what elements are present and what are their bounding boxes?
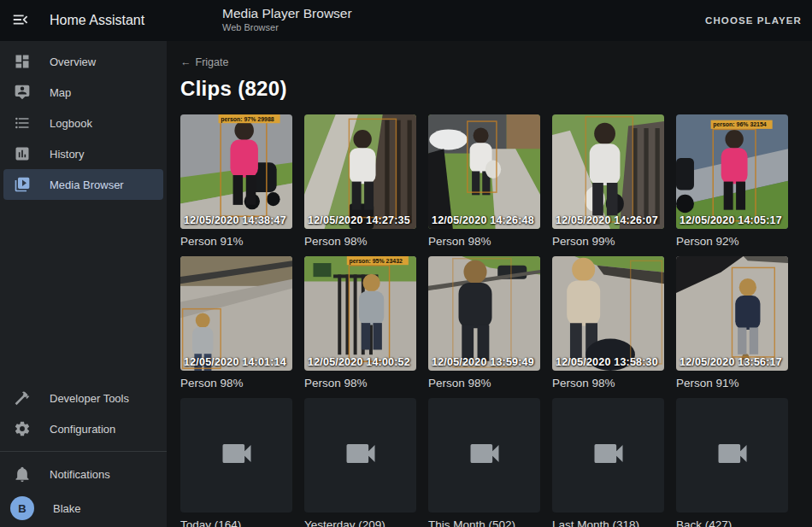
- clip-item: 12/05/2020 14:26:07Person 99%: [552, 114, 664, 249]
- clip-thumbnail[interactable]: 12/05/2020 14:01:14: [180, 256, 292, 371]
- clip-caption: Person 98%: [552, 376, 664, 390]
- folder-item: Back (427): [676, 398, 788, 527]
- sidebar-item-label: Configuration: [50, 423, 115, 436]
- clip-caption: Person 92%: [676, 234, 788, 249]
- sidebar-item-developer-tools[interactable]: Developer Tools: [3, 383, 163, 413]
- clip-thumbnail[interactable]: person: 97% 2998812/05/2020 14:38:47: [180, 114, 292, 229]
- clip-timestamp-overlay: 12/05/2020 14:00:52: [308, 356, 410, 368]
- sidebar-item-history[interactable]: History: [3, 138, 163, 169]
- sidebar-divider: [0, 451, 167, 452]
- folder-tile-back-427[interactable]: [676, 398, 788, 512]
- sidebar-item-map[interactable]: Map: [3, 77, 163, 108]
- folder-label: Yesterday (209): [304, 518, 416, 527]
- sidebar-item-media-browser[interactable]: Media Browser: [3, 169, 163, 200]
- clip-thumbnail-image: [304, 114, 416, 229]
- clip-thumbnail[interactable]: 12/05/2020 14:26:07: [552, 114, 664, 229]
- folder-label: Today (164): [180, 518, 292, 527]
- folder-label: Back (427): [676, 518, 788, 527]
- sidebar-item-user-profile[interactable]: BBlake: [3, 489, 163, 527]
- svg-text:person: 95% 23432: person: 95% 23432: [349, 258, 403, 265]
- folder-tile-last-month-318[interactable]: [552, 398, 664, 512]
- tooltip-account-icon: [14, 84, 31, 101]
- folder-item: Last Month (318): [552, 398, 664, 527]
- view-dashboard-icon: [14, 53, 31, 70]
- clip-timestamp-overlay: 12/05/2020 14:01:14: [184, 356, 286, 368]
- cog-icon: [14, 420, 31, 437]
- clip-thumbnail-image: [552, 114, 664, 229]
- clip-item: person: 96% 3215412/05/2020 14:05:17Pers…: [676, 114, 788, 249]
- menu-open-icon: [11, 10, 30, 32]
- video-icon: [342, 435, 380, 476]
- clip-thumbnail[interactable]: 12/05/2020 13:58:30: [552, 256, 664, 371]
- format-list-bulleted-icon: [14, 114, 31, 132]
- clip-item: 12/05/2020 13:58:30Person 98%: [552, 256, 664, 390]
- sidebar-item-label: History: [50, 148, 84, 161]
- clip-thumbnail-image: person: 96% 32154: [676, 114, 788, 229]
- breadcrumb-back[interactable]: ← Frigate: [180, 56, 228, 68]
- clip-timestamp-overlay: 12/05/2020 14:27:35: [308, 214, 410, 226]
- clip-thumbnail-image: [180, 256, 292, 371]
- clip-thumbnail[interactable]: 12/05/2020 13:56:17: [676, 256, 788, 371]
- clip-caption: Person 98%: [428, 234, 540, 249]
- breadcrumb-label: Frigate: [196, 56, 229, 68]
- svg-text:person: 96% 32154: person: 96% 32154: [713, 121, 767, 128]
- clip-item: 12/05/2020 14:01:14Person 98%: [180, 256, 292, 390]
- clip-item: 12/05/2020 13:59:49Person 98%: [428, 256, 540, 390]
- sidebar-item-label: Map: [50, 86, 71, 99]
- clip-thumbnail[interactable]: person: 96% 3215412/05/2020 14:05:17: [676, 114, 788, 229]
- sidebar-item-overview[interactable]: Overview: [3, 46, 163, 77]
- clip-thumbnail-image: person: 95% 23432: [304, 256, 416, 371]
- clip-thumbnail[interactable]: person: 95% 2343212/05/2020 14:00:52: [304, 256, 416, 371]
- clip-item: 12/05/2020 14:27:35Person 98%: [304, 114, 416, 249]
- sidebar-item-label: Logbook: [50, 117, 92, 130]
- clip-thumbnail[interactable]: 12/05/2020 14:26:48: [428, 114, 540, 229]
- clip-thumbnail[interactable]: 12/05/2020 14:27:35: [304, 114, 416, 229]
- sidebar-item-label: Developer Tools: [50, 392, 129, 405]
- clip-timestamp-overlay: 12/05/2020 13:56:17: [680, 356, 782, 368]
- play-box-multiple-icon: [14, 176, 31, 193]
- clip-timestamp-overlay: 12/05/2020 14:26:48: [432, 214, 534, 226]
- clip-item: person: 97% 2998812/05/2020 14:38:47Pers…: [180, 114, 292, 249]
- video-icon: [714, 435, 751, 476]
- clip-caption: Person 98%: [304, 234, 416, 249]
- clip-caption: Person 98%: [180, 376, 292, 390]
- app-title: Home Assistant: [50, 13, 144, 28]
- folder-tile-yesterday-209[interactable]: [304, 398, 416, 512]
- page-header-title: Media Player Browser: [222, 5, 352, 21]
- clip-thumbnail-image: [676, 256, 788, 371]
- clip-caption: Person 98%: [428, 376, 540, 390]
- sidebar-item-label: Overview: [50, 56, 96, 68]
- sidebar-item-label: Notifications: [50, 468, 110, 481]
- clip-timestamp-overlay: 12/05/2020 14:38:47: [184, 214, 286, 226]
- choose-player-button[interactable]: CHOOSE PLAYER: [705, 0, 802, 41]
- sidebar-toggle-button[interactable]: [0, 0, 41, 41]
- page-header-subtitle: Web Browser: [222, 22, 352, 34]
- video-icon: [218, 435, 256, 476]
- main-content: ← Frigate Clips (820) person: 97% 299881…: [167, 41, 812, 527]
- sidebar-item-configuration[interactable]: Configuration: [3, 413, 163, 444]
- clip-timestamp-overlay: 12/05/2020 13:59:49: [432, 356, 534, 368]
- clip-thumbnail-image: [428, 256, 540, 371]
- sidebar-item-notifications[interactable]: Notifications: [3, 459, 163, 489]
- sidebar: OverviewMapLogbookHistoryMedia BrowserDe…: [0, 41, 167, 527]
- media-browser-header: Media Player Browser Web Browser: [222, 5, 352, 34]
- folder-label: This Month (502): [428, 518, 540, 527]
- folder-tile-today-164[interactable]: [180, 398, 292, 512]
- sidebar-item-label: Media Browser: [50, 179, 124, 191]
- folder-label: Last Month (318): [552, 518, 664, 527]
- clip-item: person: 95% 2343212/05/2020 14:00:52Pers…: [304, 256, 416, 390]
- folder-item: Yesterday (209): [304, 398, 416, 527]
- folder-tile-this-month-502[interactable]: [428, 398, 540, 512]
- folder-item: This Month (502): [428, 398, 540, 527]
- sidebar-item-logbook[interactable]: Logbook: [3, 108, 163, 138]
- clip-thumbnail[interactable]: 12/05/2020 13:59:49: [428, 256, 540, 371]
- clip-thumbnail-image: person: 97% 29988: [180, 114, 292, 229]
- page-title: Clips (820): [180, 77, 812, 101]
- clip-thumbnail-image: [552, 256, 664, 371]
- user-name-label: Blake: [53, 502, 81, 515]
- clip-item: 12/05/2020 14:26:48Person 98%: [428, 114, 540, 249]
- avatar: B: [10, 496, 34, 520]
- sidebar-spacer: [0, 200, 167, 383]
- svg-text:person: 97% 29988: person: 97% 29988: [221, 116, 274, 123]
- app-header: Home Assistant Media Player Browser Web …: [0, 0, 812, 41]
